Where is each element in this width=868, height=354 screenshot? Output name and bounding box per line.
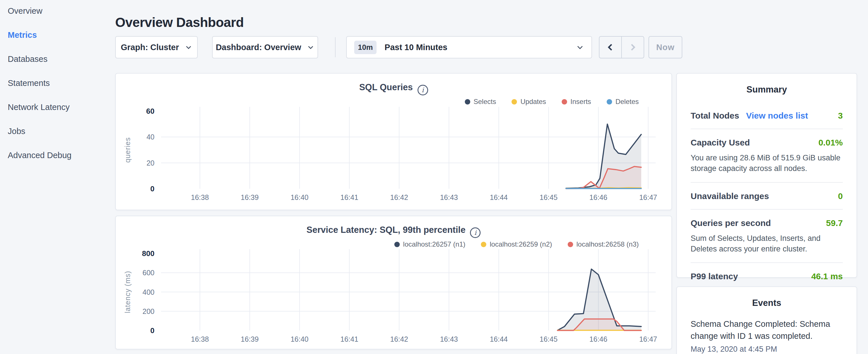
chevron-down-icon bbox=[307, 43, 314, 51]
page-title: Overview Dashboard bbox=[115, 14, 244, 30]
chevron-left-icon bbox=[606, 42, 615, 52]
svg-text:16:45: 16:45 bbox=[539, 193, 558, 201]
unavailable-ranges-label: Unavailable ranges bbox=[691, 191, 769, 201]
svg-text:latency (ms): latency (ms) bbox=[124, 271, 131, 313]
svg-text:16:40: 16:40 bbox=[290, 193, 309, 201]
sidebar: Overview Metrics Databases Statements Ne… bbox=[0, 0, 115, 354]
svg-text:16:43: 16:43 bbox=[440, 335, 458, 343]
svg-text:40: 40 bbox=[147, 133, 154, 141]
qps-label: Queries per second bbox=[691, 218, 771, 228]
time-back-button[interactable] bbox=[599, 37, 621, 58]
sql-queries-chart-card: SQL Queriesi Selects Updates Inserts Del… bbox=[115, 73, 672, 210]
event-timestamp: May 13, 2020 at 4:45 PM bbox=[691, 345, 843, 354]
sidebar-item-databases[interactable]: Databases bbox=[8, 55, 115, 64]
service-latency-chart-svg[interactable]: 16:3816:3916:4016:4116:4216:4316:4416:45… bbox=[116, 216, 672, 349]
controls-divider bbox=[335, 37, 336, 57]
svg-text:600: 600 bbox=[143, 269, 154, 277]
graph-scope-dropdown-label: Graph: Cluster bbox=[121, 43, 179, 52]
chevron-down-icon bbox=[185, 43, 192, 51]
capacity-used-label: Capacity Used bbox=[691, 138, 750, 148]
summary-row-p99: P99 latency 46.1 ms bbox=[691, 263, 843, 289]
events-panel: Events Schema Change Completed: Schema c… bbox=[676, 286, 857, 354]
svg-text:16:42: 16:42 bbox=[390, 193, 408, 201]
svg-text:16:44: 16:44 bbox=[490, 335, 508, 343]
sidebar-item-statements[interactable]: Statements bbox=[8, 78, 115, 88]
time-range-label: Past 10 Minutes bbox=[384, 43, 447, 52]
time-range-badge: 10m bbox=[354, 41, 376, 54]
service-latency-chart-card: Service Latency: SQL, 99th percentilei l… bbox=[115, 216, 672, 349]
svg-text:16:47: 16:47 bbox=[639, 335, 657, 343]
svg-text:16:45: 16:45 bbox=[539, 335, 558, 343]
summary-row-total-nodes: Total Nodes View nodes list 3 bbox=[691, 102, 843, 129]
time-range-dropdown[interactable]: 10m Past 10 Minutes bbox=[346, 36, 592, 58]
time-step-buttons bbox=[599, 36, 644, 58]
svg-text:16:44: 16:44 bbox=[490, 193, 508, 201]
svg-text:16:47: 16:47 bbox=[639, 193, 657, 201]
summary-panel: Summary Total Nodes View nodes list 3 Ca… bbox=[676, 73, 857, 278]
summary-rows: Total Nodes View nodes list 3 Capacity U… bbox=[691, 102, 843, 289]
svg-text:800: 800 bbox=[142, 249, 154, 258]
svg-text:16:41: 16:41 bbox=[340, 335, 359, 343]
events-title: Events bbox=[677, 287, 857, 308]
dashboard-dropdown-label: Dashboard: Overview bbox=[216, 43, 301, 52]
sidebar-item-jobs[interactable]: Jobs bbox=[8, 127, 115, 136]
svg-text:0: 0 bbox=[150, 326, 154, 335]
summary-row-capacity: Capacity Used 0.01% You are using 28.6 M… bbox=[691, 129, 843, 183]
svg-text:20: 20 bbox=[147, 159, 154, 167]
svg-text:16:39: 16:39 bbox=[241, 193, 259, 201]
time-forward-button[interactable] bbox=[621, 37, 644, 58]
now-button[interactable]: Now bbox=[649, 36, 682, 58]
sidebar-item-network-latency[interactable]: Network Latency bbox=[8, 102, 115, 112]
event-item[interactable]: Schema Change Completed: Schema change w… bbox=[691, 318, 843, 354]
chevron-down-icon bbox=[576, 43, 584, 51]
capacity-used-desc: You are using 28.6 MiB of 515.9 GiB usab… bbox=[691, 153, 843, 174]
svg-text:16:46: 16:46 bbox=[589, 335, 608, 343]
total-nodes-value: 3 bbox=[838, 111, 843, 121]
svg-text:16:38: 16:38 bbox=[191, 335, 209, 343]
svg-text:16:42: 16:42 bbox=[390, 335, 408, 343]
svg-text:60: 60 bbox=[146, 107, 154, 116]
sidebar-item-advanced-debug[interactable]: Advanced Debug bbox=[8, 151, 115, 160]
p99-latency-value: 46.1 ms bbox=[811, 271, 843, 281]
sidebar-item-overview[interactable]: Overview bbox=[8, 6, 115, 16]
svg-text:16:39: 16:39 bbox=[241, 335, 259, 343]
qps-value: 59.7 bbox=[826, 218, 843, 228]
svg-text:queries: queries bbox=[124, 137, 131, 163]
svg-text:16:40: 16:40 bbox=[290, 335, 309, 343]
qps-desc: Sum of Selects, Updates, Inserts, and De… bbox=[691, 233, 843, 255]
overview-dashboard-page: Overview Metrics Databases Statements Ne… bbox=[0, 0, 868, 354]
sql-queries-chart-svg[interactable]: 16:3816:3916:4016:4116:4216:4316:4416:45… bbox=[116, 74, 672, 210]
total-nodes-label: Total Nodes bbox=[691, 111, 739, 121]
svg-text:16:43: 16:43 bbox=[440, 193, 458, 201]
graph-scope-dropdown[interactable]: Graph: Cluster bbox=[115, 36, 198, 58]
svg-text:16:41: 16:41 bbox=[340, 193, 359, 201]
capacity-used-value: 0.01% bbox=[818, 138, 843, 148]
unavailable-ranges-value: 0 bbox=[838, 191, 843, 201]
svg-text:16:38: 16:38 bbox=[191, 193, 209, 201]
summary-title: Summary bbox=[677, 74, 857, 95]
svg-text:200: 200 bbox=[143, 307, 154, 315]
view-nodes-list-link[interactable]: View nodes list bbox=[746, 111, 808, 121]
svg-text:16:46: 16:46 bbox=[589, 193, 608, 201]
dashboard-dropdown[interactable]: Dashboard: Overview bbox=[212, 36, 318, 58]
chevron-right-icon bbox=[628, 42, 638, 52]
summary-row-unavailable-ranges: Unavailable ranges 0 bbox=[691, 183, 843, 210]
sidebar-item-metrics[interactable]: Metrics bbox=[8, 30, 115, 40]
summary-row-qps: Queries per second 59.7 Sum of Selects, … bbox=[691, 210, 843, 263]
event-text: Schema Change Completed: Schema change w… bbox=[691, 318, 843, 342]
svg-text:400: 400 bbox=[143, 288, 154, 296]
p99-latency-label: P99 latency bbox=[691, 271, 738, 281]
svg-text:0: 0 bbox=[150, 185, 154, 193]
